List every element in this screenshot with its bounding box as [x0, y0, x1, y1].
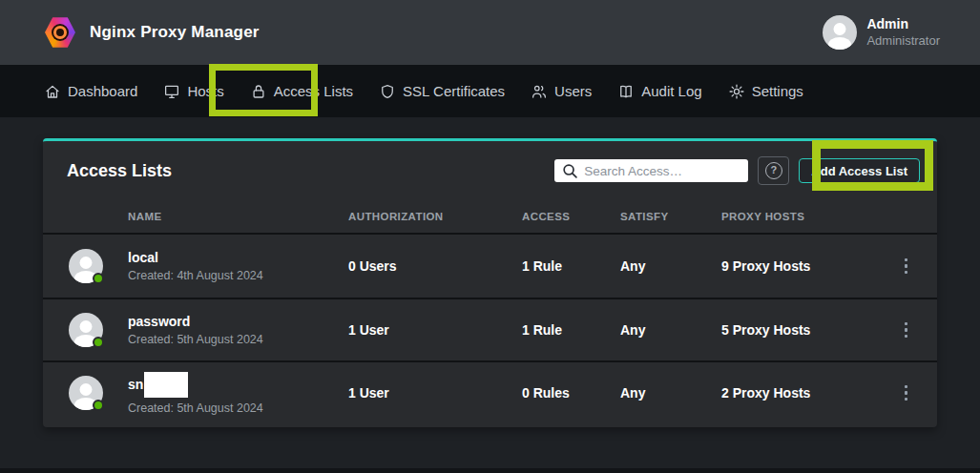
user-role: Administrator — [866, 33, 940, 49]
nav-item-ssl-certificates[interactable]: SSL Certificates — [379, 83, 505, 100]
access-list-name: local — [128, 250, 348, 266]
nav-item-hosts[interactable]: Hosts — [163, 83, 223, 100]
cell-authorization: 1 User — [348, 385, 522, 401]
book-icon — [617, 83, 635, 100]
nginx-proxy-manager-logo-icon — [44, 16, 76, 49]
status-dot — [93, 273, 104, 284]
nav-item-access-lists[interactable]: Access Lists — [250, 83, 353, 100]
user-avatar — [823, 15, 857, 50]
cell-proxy-hosts: 9 Proxy Hosts — [721, 258, 875, 274]
table-row: local Created: 4th August 2024 0 Users 1… — [43, 235, 937, 298]
row-avatar — [69, 376, 103, 410]
add-access-list-button[interactable]: Add Access List — [799, 158, 920, 183]
users-icon — [531, 83, 548, 100]
cell-proxy-hosts: 2 Proxy Hosts — [721, 385, 875, 401]
question-circle-icon: ? — [765, 162, 782, 179]
access-list-created: Created: 5th August 2024 — [128, 401, 348, 415]
table-header: NAME AUTHORIZATION ACCESS SATISFY PROXY … — [43, 200, 937, 235]
shield-icon — [379, 83, 396, 100]
monitor-icon — [163, 83, 180, 100]
row-menu-button[interactable] — [895, 380, 918, 406]
gear-icon — [728, 83, 745, 100]
row-menu-button[interactable] — [895, 253, 918, 279]
cell-satisfy: Any — [620, 385, 721, 401]
search-icon — [562, 163, 578, 179]
table-row: sn Created: 5th August 2024 1 User 0 Rul… — [43, 360, 937, 423]
access-list-created: Created: 4th August 2024 — [128, 269, 348, 282]
app-title: Nginx Proxy Manager — [90, 23, 260, 42]
nav-item-settings[interactable]: Settings — [728, 83, 803, 100]
help-button[interactable]: ? — [758, 156, 789, 185]
cell-access: 0 Rules — [522, 385, 620, 401]
nav-item-dashboard[interactable]: Dashboard — [44, 83, 137, 100]
status-dot — [93, 400, 104, 411]
column-header-access: ACCESS — [522, 211, 620, 222]
bottom-edge — [0, 468, 980, 473]
cell-access: 1 Rule — [522, 258, 620, 274]
page-content: Access Lists ? Add Access List NAME AUTH… — [0, 117, 980, 427]
main-nav: Dashboard Hosts Access Lists SSL Certifi… — [0, 65, 980, 117]
nav-item-users[interactable]: Users — [531, 83, 592, 100]
redaction-box — [144, 372, 188, 398]
column-header-satisfy: SATISFY — [620, 211, 721, 222]
status-dot — [93, 337, 104, 348]
access-list-created: Created: 5th August 2024 — [128, 333, 348, 346]
row-menu-button[interactable] — [895, 317, 918, 343]
nav-item-audit-log[interactable]: Audit Log — [617, 83, 701, 100]
cell-satisfy: Any — [620, 258, 721, 274]
access-lists-panel: Access Lists ? Add Access List NAME AUTH… — [43, 138, 937, 427]
brand[interactable]: Nginx Proxy Manager — [44, 16, 260, 49]
search-input[interactable] — [554, 159, 748, 182]
panel-header: Access Lists ? Add Access List — [43, 141, 937, 200]
user-name: Admin — [866, 16, 940, 33]
column-header-authorization: AUTHORIZATION — [348, 211, 522, 222]
home-icon — [44, 83, 61, 100]
search-box — [554, 159, 748, 182]
column-header-proxy-hosts: PROXY HOSTS — [721, 211, 875, 222]
top-bar: Nginx Proxy Manager Admin Administrator — [0, 0, 980, 65]
cell-authorization: 1 User — [348, 322, 522, 338]
row-avatar — [69, 313, 103, 347]
access-list-name: password — [128, 314, 348, 330]
lock-icon — [250, 83, 267, 100]
table-row: password Created: 5th August 2024 1 User… — [43, 298, 937, 360]
user-menu[interactable]: Admin Administrator — [823, 15, 940, 50]
cell-satisfy: Any — [620, 322, 721, 338]
cell-access: 1 Rule — [522, 322, 620, 338]
cell-authorization: 0 Users — [348, 258, 522, 274]
column-header-name: NAME — [128, 211, 348, 222]
page-title: Access Lists — [67, 161, 172, 181]
cell-proxy-hosts: 5 Proxy Hosts — [721, 322, 875, 338]
access-list-name: sn — [128, 372, 348, 398]
row-avatar — [69, 249, 103, 283]
